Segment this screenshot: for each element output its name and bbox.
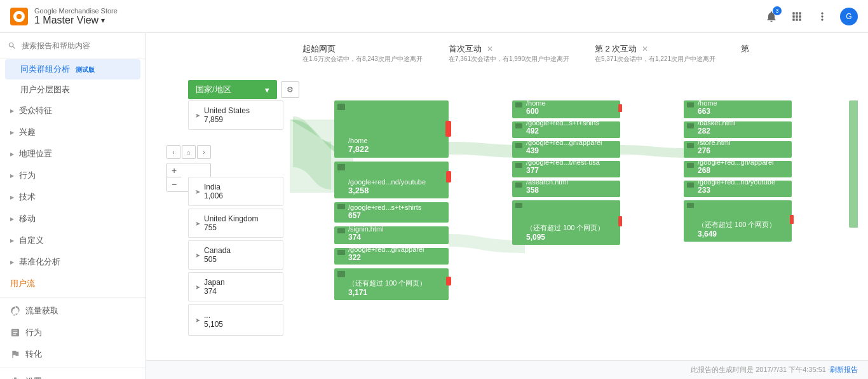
int-block-asearch[interactable]: /asearch.html 358 xyxy=(512,181,620,197)
sidebar-item-behavior[interactable]: ▶ 行为 xyxy=(0,165,146,186)
int2-name: /google+red...nd/youtube xyxy=(698,178,787,186)
zoom-out-button[interactable]: − xyxy=(167,177,181,191)
int-count: 358 xyxy=(526,186,615,195)
sidebar-item-interests[interactable]: ▶ 兴趣 xyxy=(0,121,146,143)
page-count: 3,171 xyxy=(348,288,444,297)
sidebar-search-container[interactable] xyxy=(0,33,146,59)
dropdown-arrow-icon: ▾ xyxy=(265,85,269,95)
sidebar-item-user-segments[interactable]: 用户分层图表 xyxy=(0,79,146,100)
int-count: 492 xyxy=(526,127,615,135)
dropdown-icon[interactable]: ▾ xyxy=(101,16,105,25)
arrow-right-icon: ➤ xyxy=(195,112,200,119)
drop-indicator xyxy=(445,121,451,137)
settings-icon xyxy=(10,376,20,379)
int2-name: /home xyxy=(698,99,787,107)
int2-count: 268 xyxy=(698,166,787,175)
int-block-home[interactable]: /home 600 xyxy=(512,100,620,118)
int-name: /home xyxy=(526,99,615,107)
sidebar-settings[interactable]: 设置 xyxy=(0,371,146,379)
sidebar-section-conversions[interactable]: 转化 xyxy=(0,343,146,365)
page-name: （还有超过 100 个网页） xyxy=(348,279,444,288)
int2-block-home[interactable]: /home 663 xyxy=(684,100,792,118)
footer-text: 此报告的生成时间是 2017/7/31 下午4:35:51 · xyxy=(691,365,830,375)
ga-logo-inner xyxy=(13,11,25,22)
arrow-right-icon: ➤ xyxy=(195,317,200,324)
int-count: 600 xyxy=(526,107,615,116)
notification-icon[interactable]: 3 xyxy=(764,9,779,24)
int-name: /asearch.html xyxy=(526,178,615,186)
page-block-home[interactable]: /home 7,822 xyxy=(334,100,449,158)
footer: 此报告的生成时间是 2017/7/31 下午4:35:51 · 刷新报告 xyxy=(146,360,868,379)
int2-block-apparel[interactable]: /google+red...gn/apparel 268 xyxy=(684,161,792,177)
chevron-right-icon: ▶ xyxy=(10,130,14,135)
start-pages-column: /home 7,822 /google+red...nd/youtube 3,2… xyxy=(334,100,449,304)
sidebar-section-behavior[interactable]: 行为 xyxy=(0,322,146,343)
int2-block-basket[interactable]: /basket.html 282 xyxy=(684,121,792,138)
sidebar-item-cohort[interactable]: 同类群组分析 测试版 xyxy=(5,59,140,79)
col3-header: 第 2 次互动 ✕ 在5,371次会话中，有1,221次用户中途离开 xyxy=(588,43,735,64)
int-count: 377 xyxy=(526,166,615,175)
int2-block-more[interactable]: （还有超过 100 个网页） 3,649 xyxy=(684,200,792,242)
int-block-shirts[interactable]: /google+red...s+t+shirts 492 xyxy=(512,121,620,138)
page-name: /google+red...nd/youtube xyxy=(348,178,444,186)
sidebar-section-acquisition[interactable]: 流量获取 xyxy=(0,300,146,322)
sidebar: 同类群组分析 测试版 用户分层图表 ▶ 受众特征 ▶ 兴趣 ▶ 地理位置 ▶ 行… xyxy=(0,33,146,379)
int2-block-youtube[interactable]: /google+red...nd/youtube 233 xyxy=(684,181,792,197)
int2-block-store[interactable]: /store.html 276 xyxy=(684,141,792,158)
col1-subtitle: 在1.6万次会话中，有8,243次用户中途离开 xyxy=(302,55,442,64)
nav-left-button[interactable]: ‹ xyxy=(166,145,180,159)
page-icon xyxy=(515,163,522,168)
arrow-right-icon: ➤ xyxy=(195,220,200,227)
page-block-youtube[interactable]: /google+red...nd/youtube 3,258 xyxy=(334,162,449,198)
int2-name: /store.html xyxy=(698,139,787,146)
sidebar-item-custom[interactable]: ▶ 自定义 xyxy=(0,230,146,251)
page-block-apparel[interactable]: /google+red...gn/apparel 322 xyxy=(334,248,449,265)
int2-name: /google+red...gn/apparel xyxy=(698,158,787,166)
col2-close-icon[interactable]: ✕ xyxy=(487,45,493,53)
page-icon xyxy=(337,228,345,233)
country-item-canada[interactable]: ➤ Canada 505 xyxy=(188,240,283,270)
country-item-us[interactable]: ➤ United States 7,859 xyxy=(188,100,283,130)
apps-icon[interactable] xyxy=(789,9,804,24)
flow-settings-button[interactable]: ⚙ xyxy=(281,81,299,98)
refresh-link[interactable]: 刷新报告 xyxy=(830,365,858,375)
country-item-india[interactable]: ➤ India 1,006 xyxy=(188,177,283,206)
col4-block[interactable] xyxy=(849,100,858,228)
view-name: 1 Master View ▾ xyxy=(34,15,118,26)
sidebar-item-geo[interactable]: ▶ 地理位置 xyxy=(0,143,146,165)
country-item-japan[interactable]: ➤ Japan 374 xyxy=(188,272,283,301)
more-icon[interactable] xyxy=(815,9,830,24)
page-block-more[interactable]: （还有超过 100 个网页） 3,171 xyxy=(334,268,449,300)
page-icon xyxy=(515,102,522,107)
page-count: 322 xyxy=(348,253,444,262)
country-item-uk[interactable]: ➤ United Kingdom 755 xyxy=(188,209,283,238)
int-block-nest[interactable]: /google+red...t/nest-usa 377 xyxy=(512,161,620,177)
page-icon xyxy=(687,102,694,107)
int-block-more[interactable]: （还有超过 100 个网页） 5,095 xyxy=(512,200,620,245)
country-item-others[interactable]: ➤ ... 5,105 xyxy=(188,304,283,336)
col2-header: 首次互动 ✕ 在7,361次会话中，有1,990次用户中途离开 xyxy=(442,43,588,64)
int-name: /google+red...gn/apparel xyxy=(526,139,615,146)
col3-close-icon[interactable]: ✕ xyxy=(642,45,648,53)
country-dropdown[interactable]: 国家/地区 ▾ xyxy=(188,80,277,99)
sidebar-item-mobile[interactable]: ▶ 移动 xyxy=(0,208,146,230)
sidebar-item-tech[interactable]: ▶ 技术 xyxy=(0,186,146,208)
avatar[interactable]: G xyxy=(840,8,858,25)
countries-column: ➤ United States 7,859 ➤ India 1,006 ➤ xyxy=(188,100,290,338)
int2-name: （还有超过 100 个网页） xyxy=(698,220,787,230)
sidebar-item-audience[interactable]: ▶ 受众特征 xyxy=(0,100,146,121)
col2-title: 首次互动 xyxy=(449,43,482,55)
sidebar-item-benchmark[interactable]: ▶ 基准化分析 xyxy=(0,251,146,273)
page-name: /google+red...s+t+shirts xyxy=(348,203,444,211)
zoom-in-button[interactable]: + xyxy=(167,163,181,177)
sidebar-item-user-flow[interactable]: 用户流 xyxy=(0,273,146,294)
col1-title: 起始网页 xyxy=(302,43,442,55)
int-block-apparel[interactable]: /google+red...gn/apparel 439 xyxy=(512,141,620,158)
search-input[interactable] xyxy=(22,41,138,50)
page-block-signin[interactable]: /signin.html 374 xyxy=(334,226,449,244)
page-icon xyxy=(515,123,522,128)
page-block-shirts[interactable]: /google+red...s+t+shirts 657 xyxy=(334,202,449,223)
page-count: 657 xyxy=(348,211,444,220)
page-icon xyxy=(337,204,345,209)
page-count: 374 xyxy=(348,233,444,242)
